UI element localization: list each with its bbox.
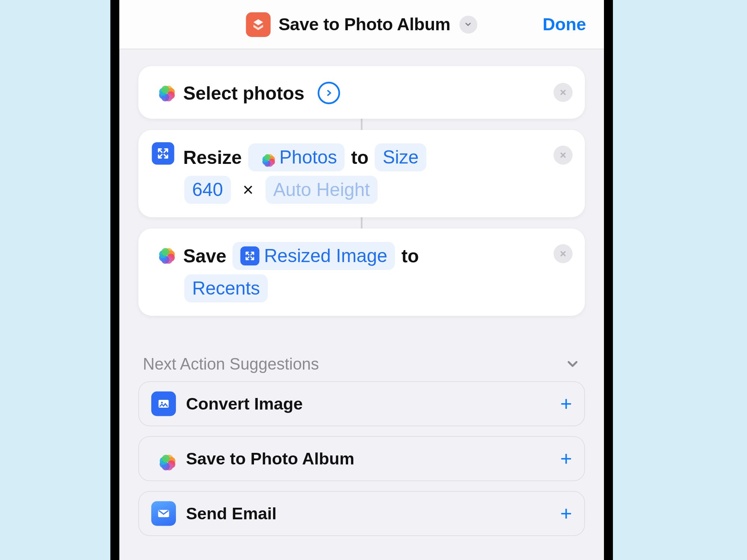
chevron-down-icon bbox=[565, 357, 580, 372]
suggestions-heading: Next Action Suggestions bbox=[143, 355, 319, 374]
photos-app-icon bbox=[256, 148, 275, 167]
arrows-expand-icon bbox=[156, 147, 170, 160]
action-card-save[interactable]: Save Resized Image to Recents bbox=[139, 228, 585, 316]
photos-app-icon bbox=[152, 78, 174, 101]
suggestion-row[interactable]: Send Email + bbox=[139, 491, 585, 536]
envelope-icon bbox=[156, 506, 171, 521]
phone-frame: Save to Photo Album Done Select photos bbox=[111, 0, 613, 560]
delete-action-button[interactable] bbox=[554, 146, 573, 165]
action-verb: Resize bbox=[183, 147, 242, 168]
word-to: to bbox=[351, 147, 369, 168]
resize-action-icon bbox=[241, 246, 260, 265]
resize-width-token[interactable]: 640 bbox=[185, 176, 231, 204]
photos-app-icon bbox=[152, 241, 174, 263]
arrows-expand-icon bbox=[245, 250, 256, 261]
chevron-down-icon bbox=[464, 20, 473, 29]
delete-action-button[interactable] bbox=[554, 83, 573, 102]
title-menu-button[interactable] bbox=[459, 15, 477, 33]
convert-image-icon bbox=[151, 391, 176, 416]
connector-line bbox=[139, 217, 585, 228]
picture-icon bbox=[157, 397, 170, 410]
shortcut-title[interactable]: Save to Photo Album bbox=[279, 14, 450, 34]
save-album-token[interactable]: Recents bbox=[185, 274, 268, 302]
resize-size-token[interactable]: Size bbox=[375, 143, 427, 171]
delete-action-button[interactable] bbox=[554, 244, 573, 263]
suggestion-label: Save to Photo Album bbox=[186, 449, 550, 468]
save-input-token[interactable]: Resized Image bbox=[233, 242, 395, 270]
suggestions-header[interactable]: Next Action Suggestions bbox=[139, 355, 585, 382]
add-suggestion-button[interactable]: + bbox=[560, 392, 572, 416]
action-verb: Save bbox=[183, 245, 227, 266]
resize-action-icon bbox=[152, 142, 174, 165]
workflow-canvas: Select photos Resize bbox=[120, 49, 604, 560]
action-card-select-photos[interactable]: Select photos bbox=[139, 66, 585, 119]
done-button[interactable]: Done bbox=[543, 14, 586, 34]
multiply-symbol: × bbox=[237, 179, 259, 200]
header-bar: Save to Photo Album Done bbox=[120, 0, 604, 49]
close-icon bbox=[559, 88, 567, 96]
suggestion-row[interactable]: Convert Image + bbox=[139, 381, 585, 426]
mail-app-icon bbox=[151, 501, 176, 526]
action-title: Select photos bbox=[183, 83, 305, 104]
add-suggestion-button[interactable]: + bbox=[560, 447, 572, 470]
action-card-resize[interactable]: Resize Photos to Size 640 × Auto Height bbox=[139, 130, 585, 217]
word-to: to bbox=[402, 245, 419, 266]
chevron-right-icon bbox=[325, 88, 333, 98]
resize-input-token[interactable]: Photos bbox=[248, 143, 345, 171]
suggestion-label: Convert Image bbox=[186, 394, 550, 413]
resize-height-token[interactable]: Auto Height bbox=[266, 176, 378, 204]
close-icon bbox=[559, 250, 567, 258]
shortcut-app-icon bbox=[246, 12, 271, 37]
suggestion-label: Send Email bbox=[186, 504, 550, 523]
photos-app-icon bbox=[151, 446, 176, 471]
suggestion-row[interactable]: Save to Photo Album + bbox=[139, 436, 585, 481]
expand-options-button[interactable] bbox=[317, 82, 340, 104]
add-suggestion-button[interactable]: + bbox=[560, 502, 572, 525]
close-icon bbox=[559, 151, 567, 159]
screen: Save to Photo Album Done Select photos bbox=[120, 0, 604, 560]
connector-line bbox=[139, 119, 585, 130]
